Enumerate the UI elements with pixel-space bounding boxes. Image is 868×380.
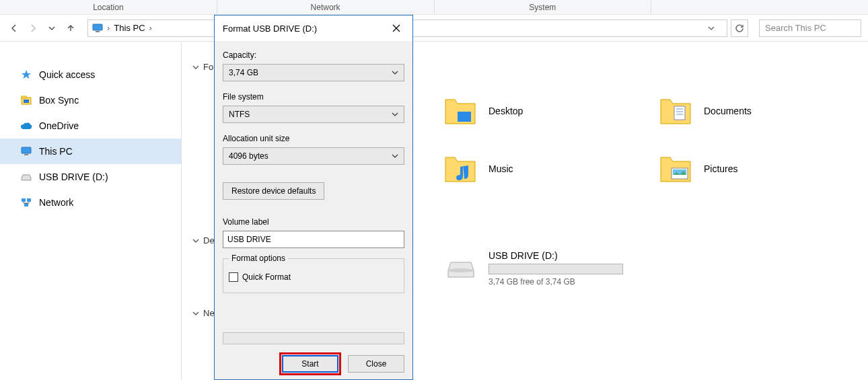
ribbon-group-system: System — [435, 0, 652, 14]
folder-icon — [444, 155, 476, 183]
sidebar-item-quick-access[interactable]: Quick access — [0, 62, 181, 87]
svg-rect-1 — [96, 31, 100, 32]
this-pc-icon — [92, 24, 103, 33]
svg-rect-4 — [24, 100, 29, 103]
filesystem-label: File system — [223, 92, 404, 102]
svg-rect-8 — [27, 198, 31, 202]
ribbon-group-network: Network — [217, 0, 435, 14]
section-header-devices[interactable]: De — [192, 235, 215, 245]
sidebar-item-label: USB DRIVE (D:) — [39, 172, 108, 182]
refresh-button[interactable] — [731, 20, 748, 37]
drive-icon — [20, 171, 32, 183]
sidebar-item-this-pc[interactable]: This PC — [0, 139, 181, 164]
chevron-down-icon — [192, 64, 199, 71]
sidebar-item-usb-drive[interactable]: USB DRIVE (D:) — [0, 164, 181, 190]
folder-label: Documents — [704, 106, 752, 116]
ribbon-groups: Location Network System — [0, 0, 868, 15]
quick-format-label: Quick Format — [242, 272, 291, 282]
format-progress-bar — [223, 332, 404, 344]
section-header-folders[interactable]: Fo — [192, 62, 213, 72]
sidebar-item-label: Network — [39, 197, 73, 208]
format-dialog: Format USB DRIVE (D:) Capacity: 3,74 GB … — [214, 15, 413, 380]
start-button[interactable]: Start — [282, 355, 338, 373]
sidebar: Quick access Box Sync OneDrive This PC U… — [0, 42, 182, 380]
up-button[interactable] — [63, 21, 78, 36]
capacity-value: 3,74 GB — [229, 68, 258, 77]
svg-rect-11 — [674, 106, 685, 120]
chevron-down-icon — [392, 69, 398, 76]
allocation-value: 4096 bytes — [229, 151, 268, 161]
allocation-select[interactable]: 4096 bytes — [223, 147, 404, 165]
forward-button[interactable] — [26, 21, 40, 36]
close-icon[interactable] — [387, 19, 406, 38]
box-icon — [20, 94, 32, 106]
sidebar-item-box-sync[interactable]: Box Sync — [0, 87, 181, 113]
search-placeholder: Search This PC — [765, 23, 826, 33]
drive-free-text: 3,74 GB free of 3,74 GB — [489, 277, 623, 287]
section-header-network[interactable]: Ne — [192, 308, 215, 318]
network-icon — [20, 196, 32, 208]
nav-row: › This PC › Search This PC — [0, 15, 868, 42]
folder-label: Desktop — [489, 106, 523, 116]
folder-music[interactable]: Music — [444, 140, 659, 198]
sidebar-item-label: OneDrive — [39, 120, 79, 131]
ribbon-group-empty — [651, 0, 868, 14]
dialog-title-bar[interactable]: Format USB DRIVE (D:) — [215, 15, 412, 41]
svg-rect-0 — [93, 24, 102, 30]
capacity-label: Capacity: — [223, 50, 404, 60]
chevron-down-icon — [192, 237, 199, 244]
chevron-right-icon: › — [149, 23, 152, 33]
breadcrumb-this-pc[interactable]: This PC — [114, 23, 145, 33]
sidebar-item-label: This PC — [39, 146, 73, 157]
section-header-label: Ne — [203, 308, 215, 318]
folder-icon — [444, 97, 476, 125]
recent-locations-dropdown[interactable] — [44, 21, 59, 36]
search-input[interactable]: Search This PC — [759, 20, 861, 37]
star-icon — [20, 69, 32, 81]
svg-rect-7 — [22, 198, 26, 202]
allocation-label: Allocation unit size — [223, 134, 404, 143]
quick-format-checkbox[interactable] — [229, 272, 238, 282]
sidebar-item-onedrive[interactable]: OneDrive — [0, 113, 181, 139]
svg-rect-3 — [22, 96, 26, 98]
filesystem-value: NTFS — [229, 110, 250, 119]
svg-point-17 — [448, 268, 474, 272]
format-options-legend: Format options — [229, 254, 288, 263]
folder-icon — [659, 155, 692, 183]
drive-usb[interactable]: USB DRIVE (D:) 3,74 GB free of 3,74 GB — [444, 250, 623, 287]
cloud-icon — [20, 120, 32, 132]
format-options-fieldset: Format options Quick Format — [223, 254, 404, 293]
folder-label: Pictures — [704, 163, 738, 174]
chevron-down-icon — [192, 310, 199, 317]
svg-rect-5 — [22, 147, 31, 153]
svg-rect-10 — [458, 112, 471, 122]
section-header-label: Fo — [203, 62, 213, 72]
folder-label: Music — [489, 163, 513, 174]
svg-rect-6 — [24, 154, 28, 155]
capacity-select[interactable]: 3,74 GB — [223, 64, 404, 81]
section-header-label: De — [203, 235, 215, 245]
sidebar-item-label: Quick access — [39, 69, 95, 80]
back-button[interactable] — [7, 21, 22, 36]
ribbon-group-location: Location — [0, 0, 217, 14]
chevron-down-icon — [392, 153, 398, 159]
restore-defaults-button[interactable]: Restore device defaults — [223, 182, 324, 200]
chevron-right-icon: › — [107, 23, 110, 33]
address-dropdown-icon[interactable] — [708, 25, 723, 32]
drive-name: USB DRIVE (D:) — [489, 250, 623, 261]
folder-documents[interactable]: Documents — [659, 82, 868, 140]
sidebar-item-label: Box Sync — [39, 95, 79, 106]
folder-desktop[interactable]: Desktop — [444, 82, 659, 140]
folder-pictures[interactable]: Pictures — [659, 140, 868, 198]
chevron-down-icon — [392, 111, 398, 118]
close-button[interactable]: Close — [348, 355, 404, 373]
this-pc-icon — [20, 145, 32, 157]
volume-label-label: Volume label — [223, 217, 404, 227]
dialog-title: Format USB DRIVE (D:) — [223, 24, 317, 34]
filesystem-select[interactable]: NTFS — [223, 106, 404, 123]
drive-usage-bar — [489, 264, 623, 274]
folder-icon — [659, 97, 692, 125]
drive-icon — [444, 256, 476, 280]
volume-label-input[interactable] — [223, 231, 404, 248]
sidebar-item-network[interactable]: Network — [0, 190, 181, 215]
